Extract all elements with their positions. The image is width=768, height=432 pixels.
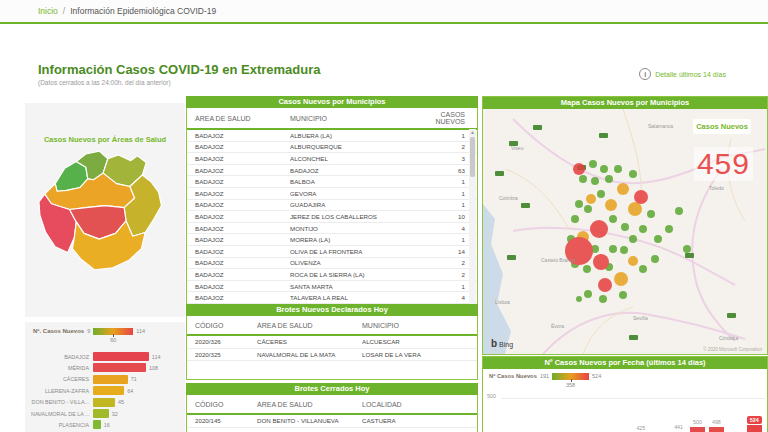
col-header-area-de-salud[interactable]: ÁREA DE SALUD — [187, 115, 290, 122]
table-row[interactable]: BADAJOZMONTIJO4 — [187, 223, 477, 235]
bubble-low[interactable] — [609, 215, 617, 223]
bar[interactable] — [93, 409, 109, 418]
city-label: Coimbra — [499, 195, 518, 201]
bubble-mid[interactable] — [586, 194, 596, 204]
area-bar-row[interactable]: LLERENA-ZAFRA64 — [31, 386, 133, 395]
breadcrumb-home-link[interactable]: Inicio — [38, 6, 58, 16]
table-row[interactable]: BADAJOZALBUERA (LA)1 — [187, 130, 477, 142]
bubble-low[interactable] — [576, 296, 582, 302]
table-row[interactable]: BADAJOZMORERA (LA)1 — [187, 234, 477, 246]
bubble-low[interactable] — [597, 190, 605, 198]
bubble-low[interactable] — [589, 160, 597, 168]
table-scrollbar[interactable]: ▲ ▼ — [469, 129, 476, 315]
bubble-high[interactable] — [634, 190, 648, 204]
bing-logo[interactable]: b Bing — [491, 338, 513, 349]
bubble-low[interactable] — [584, 290, 592, 298]
bubble-low[interactable] — [621, 223, 629, 231]
bubble-mid[interactable] — [628, 256, 638, 266]
table-row[interactable]: BADAJOZGUADAJIRA1 — [187, 200, 477, 212]
area-bar-row[interactable]: NAVALMORAL DE LA ...32 — [31, 409, 118, 418]
table-cell: CÁCERES — [257, 338, 362, 345]
fecha-bar[interactable]: 498 — [709, 427, 724, 432]
fecha-bar[interactable]: 524 — [747, 425, 762, 432]
bar[interactable] — [93, 386, 124, 395]
bubble-high[interactable] — [573, 163, 585, 175]
table-row[interactable]: 2020/267DON BENITO - VILLANUEVADON BENIT… — [187, 428, 477, 432]
col-header-localidad[interactable]: LOCALIDAD — [362, 401, 477, 408]
bubble-low[interactable] — [614, 165, 622, 173]
bubble-low[interactable] — [651, 255, 659, 263]
detail-last-14-days-link[interactable]: i Detalle últimos 14 días — [639, 68, 726, 80]
info-icon: i — [639, 68, 651, 80]
table-row[interactable]: BADAJOZROCA DE LA SIERRA (LA)2 — [187, 269, 477, 281]
col-header-municipio[interactable]: MUNICIPIO — [362, 322, 477, 329]
area-bar-row[interactable]: MÉRIDA108 — [31, 363, 158, 372]
bubble-low[interactable] — [591, 177, 599, 185]
extremadura-choropleth-map[interactable] — [38, 148, 172, 292]
bing-map[interactable]: SalamancaViseuCoimbraCastelo BrancoToled… — [483, 109, 767, 354]
bubble-low[interactable] — [571, 215, 579, 223]
bubble-low[interactable] — [599, 295, 607, 303]
bubble-low[interactable] — [683, 245, 691, 253]
table-row[interactable]: BADAJOZJEREZ DE LOS CABALLEROS10 — [187, 211, 477, 223]
table-row[interactable]: 2020/145DON BENITO - VILLANUEVACASTUERA — [187, 415, 477, 428]
bubble-mid[interactable] — [617, 183, 629, 195]
bar[interactable] — [93, 363, 146, 372]
brotes-nuevos-panel: Brotes Nuevos Declarados Hoy CÓDIGO ÁREA… — [186, 304, 478, 380]
bubble-high[interactable] — [598, 278, 612, 292]
col-header-area-de-salud[interactable]: ÁREA DE SALUD — [257, 401, 362, 408]
table-row[interactable]: BADAJOZALCONCHEL3 — [187, 153, 477, 165]
table-row[interactable]: BADAJOZSANTA MARTA1 — [187, 281, 477, 293]
col-header-area-de-salud[interactable]: ÁREA DE SALUD — [257, 322, 362, 329]
bubble-low[interactable] — [647, 210, 655, 218]
bubble-low[interactable] — [584, 205, 592, 213]
table-row[interactable]: BADAJOZOLIVENZA2 — [187, 258, 477, 270]
area-bar-row[interactable]: DON BENITO - VILLA...45 — [31, 398, 124, 407]
bubble-low[interactable] — [575, 200, 583, 208]
bar[interactable] — [93, 420, 101, 429]
table-row[interactable]: BADAJOZALBURQUERQUE2 — [187, 142, 477, 154]
city-label: Castelo Branco — [541, 257, 575, 263]
bubble-high[interactable] — [593, 254, 609, 270]
table-row[interactable]: BADAJOZBALBOA1 — [187, 176, 477, 188]
table-row[interactable]: 2020/326CÁCERESALCUESCAR — [187, 336, 477, 349]
bubble-low[interactable] — [605, 175, 613, 183]
col-header-casos-nuevos[interactable]: CASOS NUEVOS — [425, 111, 477, 125]
table-row[interactable]: BADAJOZOLIVA DE LA FRONTERA14 — [187, 246, 477, 258]
bubble-low[interactable] — [609, 245, 617, 253]
bar[interactable] — [93, 352, 149, 361]
areas-legend-gradient — [93, 328, 133, 335]
table-cell: LOSAR DE LA VERA — [362, 351, 477, 358]
table-row[interactable]: BADAJOZBADAJOZ63 — [187, 165, 477, 177]
table-row[interactable]: BADAJOZTALAVERA LA REAL4 — [187, 292, 477, 304]
bubble-low[interactable] — [579, 175, 587, 183]
table-row[interactable]: BADAJOZGEVORA1 — [187, 188, 477, 200]
area-bar-row[interactable]: PLASENCIA16 — [31, 420, 110, 429]
bubble-low[interactable] — [639, 225, 647, 233]
bubble-low[interactable] — [629, 235, 637, 243]
bubble-mid[interactable] — [605, 199, 617, 211]
bubble-low[interactable] — [665, 225, 673, 233]
bar[interactable] — [93, 375, 128, 384]
scroll-up-icon[interactable]: ▲ — [469, 129, 476, 136]
bar[interactable] — [93, 398, 115, 407]
bubble-low[interactable] — [675, 207, 683, 215]
bubble-mid[interactable] — [614, 272, 628, 286]
col-header-municipio[interactable]: MUNICIPIO — [290, 115, 425, 122]
bubble-low[interactable] — [639, 265, 647, 273]
bubble-low[interactable] — [600, 165, 608, 173]
scrollbar-thumb[interactable] — [470, 137, 475, 177]
col-header-codigo[interactable]: CÓDIGO — [187, 322, 257, 329]
table-row[interactable]: 2020/325NAVALMORAL DE LA MATALOSAR DE LA… — [187, 349, 477, 362]
bubble-high[interactable] — [590, 220, 608, 238]
fecha-bar[interactable]: 500 — [690, 427, 705, 432]
area-bar-row[interactable]: BADAJOZ114 — [31, 352, 160, 361]
bubble-low[interactable] — [654, 235, 662, 243]
area-bar-row[interactable]: CÁCERES71 — [31, 375, 137, 384]
bubble-mid[interactable] — [628, 202, 642, 216]
bubble-low[interactable] — [629, 170, 637, 178]
bubble-low[interactable] — [620, 246, 628, 254]
col-header-codigo[interactable]: CÓDIGO — [187, 401, 257, 408]
bubble-low[interactable] — [619, 291, 627, 299]
bubble-low[interactable] — [583, 265, 591, 273]
